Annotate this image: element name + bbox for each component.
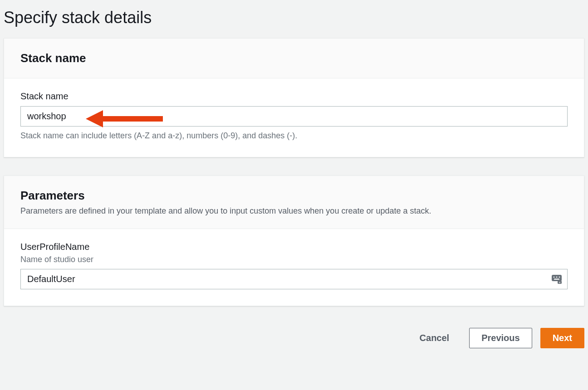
stack-name-panel-header: Stack name bbox=[4, 39, 584, 78]
user-profile-name-input[interactable] bbox=[20, 269, 568, 289]
keyboard-icon: 4 bbox=[551, 274, 562, 285]
user-profile-name-sublabel: Name of studio user bbox=[20, 255, 568, 264]
stack-name-section-title: Stack name bbox=[20, 51, 568, 65]
page-title: Specify stack details bbox=[0, 0, 588, 38]
stack-name-panel-body: Stack name Stack name can include letter… bbox=[4, 78, 584, 157]
parameters-section-title: Parameters bbox=[20, 189, 568, 203]
stack-name-panel: Stack name Stack name Stack name can inc… bbox=[4, 38, 584, 157]
parameters-panel-header: Parameters Parameters are defined in you… bbox=[4, 176, 584, 229]
stack-name-help-text: Stack name can include letters (A-Z and … bbox=[20, 131, 568, 141]
svg-point-4 bbox=[556, 276, 558, 278]
cancel-button[interactable]: Cancel bbox=[408, 328, 461, 348]
svg-rect-2 bbox=[552, 275, 562, 281]
next-button[interactable]: Next bbox=[540, 328, 584, 348]
parameters-panel: Parameters Parameters are defined in you… bbox=[4, 176, 584, 306]
parameters-panel-body: UserProfileName Name of studio user 4 bbox=[4, 229, 584, 306]
previous-button[interactable]: Previous bbox=[469, 328, 532, 348]
stack-name-field-label: Stack name bbox=[20, 91, 568, 102]
stack-name-input[interactable] bbox=[20, 106, 568, 127]
button-row: Cancel Previous Next bbox=[0, 324, 588, 354]
svg-point-5 bbox=[559, 276, 560, 278]
svg-point-3 bbox=[554, 276, 555, 278]
parameters-section-desc: Parameters are defined in your template … bbox=[20, 206, 568, 216]
svg-rect-6 bbox=[554, 278, 559, 279]
user-profile-name-label: UserProfileName bbox=[20, 242, 568, 252]
